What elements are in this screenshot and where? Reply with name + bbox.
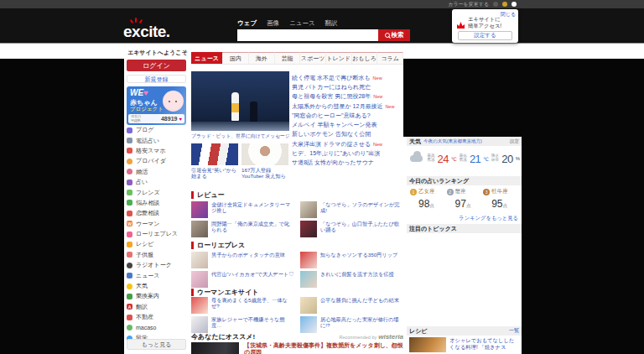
sub-story-caption: 167万人登録YouTuber 衰え知らず [242,167,288,180]
section-item[interactable]: 代官山"ハイカカオ"で大人デート♡ [191,271,294,289]
sidebar-item-icon [127,200,132,206]
fortune-score: 95点 [491,198,520,210]
high-temp-unit: ℃ [451,156,457,162]
fortune-rank-3: 3牡牛座 95点 [483,188,520,210]
weather-header: 天気 今夜の天気(東京都東京地方) 設定 [407,137,522,146]
tab-sports[interactable]: スポーツ [300,52,326,64]
sidebar-item-icon [127,138,132,143]
headline-text: 続く停電 水不足で再び断水も [292,74,371,82]
theme-toggle-icon[interactable] [493,2,498,7]
sidebar-item[interactable]: 電話占い [127,135,188,145]
wisteria-logo[interactable]: wisteria [378,333,403,341]
section-item[interactable]: 「なつぞら」ソラのデザインが完成! [300,201,403,219]
section-item[interactable]: 家族レジャーで不機嫌そうな態度… [191,316,294,334]
headline-link[interactable]: 新しいポケモン 告知なく公開 [292,130,403,139]
sidebar-item-icon [127,128,132,133]
tab-domestic[interactable]: 国内 [223,52,249,64]
headline-link[interactable]: 大泉洋出演 ドラマの掟させる New [292,139,403,148]
sidebar-item[interactable]: ローリエプレス [127,229,188,239]
section-item[interactable]: 「なつぞら」山口智子ふたたび歌い踊る [300,221,403,238]
sidebar-item[interactable]: フレンズ [127,187,188,197]
sidebar-item[interactable]: 乗換案内 [127,291,188,301]
section-item[interactable]: 居心地最高だった実家が修行の場に!? [300,316,403,334]
weather-location-link[interactable]: 今夜の天気(東京都東京地方) [423,138,482,144]
search-input[interactable] [237,29,378,41]
weather-settings-link[interactable]: 設定 [510,138,519,144]
sidebar-item-label: ローリエプレス [136,230,178,238]
low-temp-label: 最低気温 [460,154,467,163]
section-item-thumb [191,316,208,333]
main-story-image[interactable] [191,71,289,131]
sidebar-item-icon [127,159,132,164]
section-item[interactable]: 男子からのボディタッチの意味 [191,252,294,269]
headline-link[interactable]: ヒデ、15年ぶりに"あいのり"出演 [292,148,403,158]
sidebar-item-icon [127,190,132,195]
headline-link[interactable]: メルペイ 半額キャンペーン発表 [292,120,403,129]
section-item[interactable]: 母を褒めまくる5歳息子、一体なぜ? [191,297,294,315]
baby-project-banner[interactable]: WE♥ 赤ちゃん プロジェクト 現在の登録数 48919 ♥ [127,86,186,125]
sub-story[interactable]: 167万人登録YouTuber 衰え知らず [242,143,288,180]
main-story-caption[interactable]: ブラッド・ピット、世界に向けてメッセージ [191,133,289,140]
headline-link[interactable]: 続く停電 水不足で再び断水も New [292,73,403,82]
sidebar-item-label: ブログ [136,126,154,134]
sidebar-item[interactable]: 格安スマホ [127,146,188,156]
sidebar-item[interactable]: W ウーマン [127,219,188,229]
sidebar-item[interactable]: macaso [127,322,188,332]
tab-entertainment[interactable]: 芸能 [275,52,301,64]
tab-column[interactable]: コラム [377,52,403,64]
headline-link[interactable]: 男児 パトカーにはねられ死亡 [292,82,403,91]
section-item-thumb [300,271,317,288]
section-item[interactable]: 金儲け全肯定ドキュメンタリーマジ推し [191,201,294,219]
headline-link[interactable]: 太陽系外からの彗星か 12月最接近 New [292,102,403,111]
headline-link[interactable]: サ道8話 女性が向かったサウナ [292,159,403,168]
sidebar-item-label: 子供服 [136,251,153,259]
theme-color-gold-icon[interactable] [502,2,507,7]
popup-close-link[interactable]: 閉じる [501,11,516,18]
section-item[interactable]: 岡野陽一「俺の東京成立史」で叱られる [191,221,294,238]
section-item[interactable]: 公平な勝負に挑んだ子どもの結末 [300,297,403,315]
headline-list: 続く停電 水不足で再び断水も New 男児 パトカーにはねられ死亡 母と祖母を殺… [292,73,403,168]
recipe-more-link[interactable]: 一覧 [509,327,519,335]
search-button[interactable]: 検索 [378,29,410,41]
sidebar-item[interactable]: 子供服 [127,250,188,260]
sidebar-item[interactable]: A 翻訳 [127,302,188,312]
section-item-text: 知らなきゃソンする350円リップ [320,252,397,269]
sidebar-item[interactable]: ニュース [127,270,188,280]
sidebar-item[interactable]: ラジオトーク [127,260,188,270]
sidebar-item[interactable]: 恋愛相談 [127,208,188,218]
sidebar-item[interactable]: ブログ [127,125,188,135]
sidebar-item[interactable]: 婚活 [127,167,188,177]
sidebar-item[interactable]: プロバイダ [127,156,188,166]
banner-title: WE♥ [130,88,148,97]
headline-link[interactable]: "同窓会のヒーロー"意味ある? [292,111,403,120]
theme-color-white-icon[interactable] [512,2,517,7]
sidebar-item-icon [127,273,132,279]
section-item[interactable]: きれいに前髪を流す方法を伝授 [300,271,403,289]
excite-logo[interactable]: excite. [123,23,170,41]
sidebar-item[interactable]: レシピ [127,239,188,249]
register-link[interactable]: 新規登録 [127,75,186,83]
headline-link[interactable]: 母と祖母を殺害 男に懲役28年 New [292,92,403,102]
sub-story[interactable]: 引退会見"笑い"から始まる [191,143,238,180]
section-item-text: 岡野陽一「俺の東京成立史」で叱られる [211,221,294,238]
section-header-woman: ウーマンエキサイト [191,288,259,296]
section-item[interactable]: 知らなきゃソンする350円リップ [300,252,403,269]
section-item-text: きれいに前髪を流す方法を伝授 [320,271,394,289]
sidebar-item[interactable]: 占い [127,177,188,187]
sidebar-item[interactable]: 天気 [127,281,188,291]
tab-world[interactable]: 海外 [249,52,275,64]
popup-settings-button[interactable]: 設定する [458,31,512,40]
fortune-more-link[interactable]: ランキングをもっと見る [407,215,518,222]
tab-news[interactable]: ニュース [191,52,223,64]
sidebar-more-button[interactable]: もっと見る [127,339,186,350]
sidebar-item-icon [127,232,132,237]
tab-trend[interactable]: トレンド [326,52,352,64]
login-button[interactable]: ログイン [127,60,186,71]
sidebar-item[interactable]: 不動産 [127,312,188,322]
recommend-article[interactable]: 【茨城県・高齢夫妻殺傷事件】複数箇所をメッタ刺し、怨恨の原因 [191,342,403,354]
section-item-thumb [191,297,208,314]
recipe-article[interactable]: オシャレでおもてなししたくなる料理! 「焼きナス [409,337,519,352]
tab-funny[interactable]: おもしろ [352,52,378,64]
section-item-thumb [300,297,317,314]
sidebar-item[interactable]: 悩み相談 [127,198,188,208]
